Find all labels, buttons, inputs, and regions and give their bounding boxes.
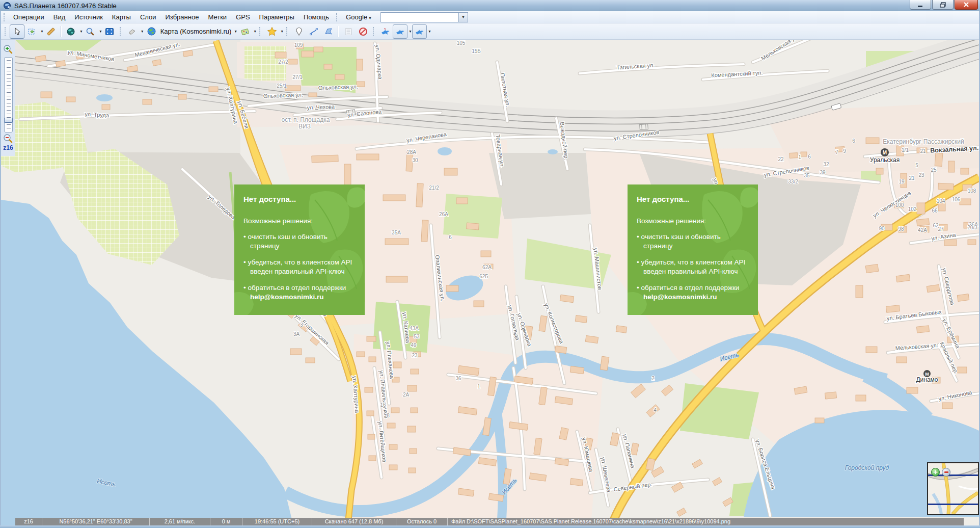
placemark-icon: [294, 27, 304, 36]
zoom-region-button[interactable]: [83, 24, 98, 39]
menu-operations[interactable]: Операции: [9, 12, 49, 22]
error-bullet: очистить кэш и обновить страницу: [637, 232, 751, 250]
svg-text:Динамо: Динамо: [916, 376, 938, 383]
restore-button[interactable]: [932, 0, 954, 10]
error-bullet: убедиться, что в клиентском API введен п…: [637, 258, 751, 276]
svg-text:23: 23: [412, 353, 418, 358]
svg-text:5: 5: [915, 163, 918, 168]
svg-text:90: 90: [879, 226, 885, 231]
layers-button[interactable]: [237, 24, 252, 39]
zoom-slider[interactable]: [4, 57, 13, 133]
support-email: help@kosmosnimki.ru: [250, 293, 358, 302]
goto-button[interactable]: [64, 24, 78, 39]
svg-text:16: 16: [380, 402, 386, 408]
add-route-button[interactable]: [306, 24, 321, 39]
svg-text:100: 100: [895, 202, 904, 208]
svg-text:27/1: 27/1: [292, 74, 303, 80]
zoom-region-dropdown[interactable]: ▼: [99, 30, 102, 33]
gps-connect-dropdown[interactable]: ▼: [428, 30, 431, 33]
gps-satellite-button[interactable]: [378, 24, 393, 39]
menu-maps[interactable]: Карты: [107, 12, 135, 22]
svg-text:6: 6: [449, 234, 452, 240]
goto-dropdown[interactable]: ▼: [79, 30, 83, 33]
overview-minimap[interactable]: ✛: [927, 462, 979, 515]
add-polygon-button[interactable]: [321, 24, 336, 39]
menu-placemarks[interactable]: Метки: [203, 12, 231, 22]
svg-text:1/1: 1/1: [902, 147, 909, 153]
search-toolbar-grip[interactable]: [336, 13, 339, 21]
error-subtitle: Возможные решения:: [243, 217, 356, 225]
search-combobox[interactable]: ▼: [380, 12, 468, 22]
map-source-dropdown[interactable]: ▼: [234, 30, 237, 33]
map-source-button[interactable]: [144, 24, 159, 39]
selection-dropdown[interactable]: ▼: [40, 30, 44, 33]
minimize-button[interactable]: [910, 0, 931, 10]
close-button[interactable]: [955, 0, 978, 10]
toolbar-grip[interactable]: [259, 27, 262, 36]
menu-grip[interactable]: [4, 13, 6, 21]
svg-text:2А: 2А: [403, 392, 410, 398]
menu-view[interactable]: Вид: [49, 12, 70, 22]
zoom-slider-thumb[interactable]: [4, 118, 13, 123]
menu-favorites[interactable]: Избранное: [161, 12, 204, 22]
menu-gps[interactable]: GPS: [231, 12, 254, 22]
minimap-zoom-out-button[interactable]: [942, 468, 950, 477]
search-input[interactable]: [381, 13, 458, 22]
svg-text:42А: 42А: [918, 227, 927, 233]
selection-tool-button[interactable]: [24, 24, 39, 39]
toolbar-grip[interactable]: [5, 27, 7, 36]
zoom-out-icon: [3, 134, 13, 144]
svg-text:109: 109: [294, 42, 303, 48]
layers-dropdown[interactable]: ▼: [253, 30, 257, 33]
svg-text:43А: 43А: [410, 326, 419, 331]
menu-help[interactable]: Помощь: [299, 12, 334, 22]
previous-map-button[interactable]: [125, 24, 140, 39]
zoom-out-button[interactable]: [3, 133, 14, 144]
delete-placemark-button[interactable]: [356, 24, 370, 39]
map-source-label[interactable]: Карта (Kosmosnimki.ru): [159, 28, 233, 35]
menu-source[interactable]: Источник: [70, 12, 107, 22]
railway-crossing-icon: [640, 124, 648, 129]
svg-text:15Б: 15Б: [472, 48, 481, 54]
zoom-in-icon: [3, 44, 13, 55]
add-placemark-button[interactable]: [291, 24, 306, 39]
gps-connect-button[interactable]: [412, 24, 427, 39]
toolbar-grip[interactable]: [373, 27, 375, 36]
svg-text:21: 21: [920, 148, 926, 154]
svg-text:6: 6: [852, 138, 855, 144]
window-border-left: [0, 11, 1, 525]
search-dropdown-button[interactable]: ▼: [458, 13, 468, 22]
status-zoom: z16: [15, 518, 42, 525]
placemark-list-button[interactable]: [341, 24, 356, 39]
toolbar-grip[interactable]: [286, 27, 289, 36]
support-email: help@kosmosnimki.ru: [643, 293, 751, 302]
status-elevation: 0 м: [210, 518, 242, 525]
status-bar: z16 N56°50'36,21" E60°33'30,83" 2,61 м/п…: [15, 518, 964, 525]
zoom-in-button[interactable]: [3, 44, 14, 55]
toolbar-grip[interactable]: [120, 27, 122, 36]
previous-map-dropdown[interactable]: ▼: [141, 30, 144, 33]
gps-track-dropdown[interactable]: ▼: [409, 30, 412, 33]
fullscreen-button[interactable]: [102, 24, 117, 39]
pan-tool-button[interactable]: [10, 24, 24, 39]
menu-settings[interactable]: Параметры: [255, 12, 299, 22]
measure-tool-button[interactable]: [44, 24, 59, 39]
chevron-down-icon: ▼: [368, 16, 372, 20]
favorites-button[interactable]: [264, 24, 279, 39]
svg-text:26А: 26А: [439, 212, 448, 217]
map-area[interactable]: М М Механическая ул.ул. Минометчиковул. …: [1, 40, 979, 525]
gps-track-button[interactable]: [393, 24, 407, 39]
minimap-zoom-in-button[interactable]: ✛: [931, 468, 940, 477]
favorites-dropdown[interactable]: ▼: [280, 30, 284, 33]
zoom-panel: z16: [1, 40, 15, 156]
toolbar-separator: [338, 26, 339, 37]
polygon-icon: [324, 27, 333, 36]
menu-layers[interactable]: Слои: [135, 12, 161, 22]
svg-text:6: 6: [808, 154, 811, 160]
svg-text:104: 104: [937, 198, 945, 204]
map-canvas[interactable]: М М Механическая ул.ул. Минометчиковул. …: [1, 40, 979, 525]
error-bullet: обратиться в отдел поддержкиhelp@kosmosn…: [637, 283, 751, 301]
svg-text:Екатеринбург-Пассажирский: Екатеринбург-Пассажирский: [883, 138, 964, 145]
google-search-menu[interactable]: Google▼: [341, 12, 376, 22]
status-time: 19:46:55 (UTC+5): [242, 518, 312, 525]
